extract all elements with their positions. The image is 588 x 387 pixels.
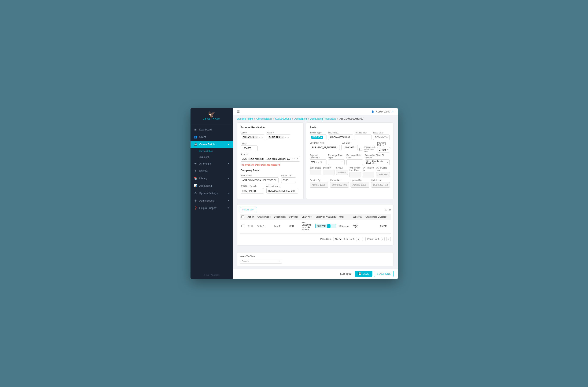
- vat-exc-rate-input[interactable]: [350, 172, 361, 177]
- settings-icon: ⚙: [194, 192, 197, 195]
- bsb-input[interactable]: [241, 188, 264, 194]
- cod-checkbox-label[interactable]: COD/Override Default Due Date: [359, 146, 376, 152]
- page-size-select[interactable]: 15 25 50: [333, 237, 342, 241]
- breadcrumb-accounting[interactable]: Accounting: [294, 117, 307, 120]
- vat-invoice-date-label: VAT Invoice Date: [376, 167, 390, 171]
- sidebar-item-administration[interactable]: ⚙ Administration ▼: [190, 197, 233, 204]
- sync-at-input[interactable]: [336, 170, 348, 175]
- copy-icon[interactable]: ⧉: [252, 225, 253, 227]
- col-payment-sub-total: Payment Sub Total (VND): [389, 214, 391, 220]
- user-name: ADMIN 12AS: [376, 110, 390, 113]
- bank-name-input[interactable]: [241, 177, 279, 183]
- qty-input[interactable]: 50.27*10 −: [315, 224, 336, 228]
- from-wip-button[interactable]: FROM WIP: [240, 207, 257, 212]
- sidebar-item-system-settings[interactable]: ⚙ System Settings ▼: [190, 190, 233, 197]
- name-input[interactable]: DŨNG AI S.. × ✏ ↗: [267, 134, 290, 140]
- exchange-rate-date-input[interactable]: [346, 159, 363, 165]
- vat-invoice-no-input[interactable]: [363, 172, 374, 177]
- sidebar-item-client[interactable]: 👥 Client: [190, 133, 233, 141]
- edit-icon[interactable]: ✏: [294, 158, 295, 160]
- basic-row5: Created By Created At Updated By Up: [310, 179, 390, 188]
- breadcrumb-ocean-freight[interactable]: Ocean Freight: [237, 117, 253, 120]
- bottom-bar: Sub Total 💾 SAVE ≡ ACTIONS: [233, 269, 398, 279]
- account-name-input[interactable]: [266, 188, 298, 194]
- edit-icon[interactable]: ✏: [285, 136, 286, 139]
- sidebar-item-air-freight[interactable]: ✈ Air Freight ▼: [190, 160, 233, 167]
- clear-icon[interactable]: ×: [292, 158, 293, 160]
- upload-icon[interactable]: ☁: [384, 208, 387, 211]
- account-receivable-row1: Code * DUNAIVNS.. × ✏ ↗ Name: [241, 131, 300, 151]
- clear-icon[interactable]: ×: [387, 161, 388, 163]
- notes-search-input[interactable]: [242, 260, 278, 262]
- logout-icon[interactable]: ↗: [392, 110, 394, 113]
- select-all-checkbox[interactable]: [241, 215, 244, 218]
- next-page-button[interactable]: ›: [381, 237, 385, 241]
- last-page-button[interactable]: »: [386, 237, 391, 241]
- swift-input[interactable]: [281, 177, 296, 183]
- issue-date-input[interactable]: [373, 134, 390, 140]
- grid-icon[interactable]: ⊞: [389, 208, 391, 211]
- horizontal-scrollbar[interactable]: [240, 233, 391, 234]
- edit-icon[interactable]: ✏: [259, 136, 260, 139]
- breadcrumb-consolidation[interactable]: Consolidation: [256, 117, 272, 120]
- exchange-rate-type-select[interactable]: ▼: [328, 159, 345, 165]
- vat-invoice-date-input[interactable]: [376, 172, 390, 177]
- invoice-type-tag: PRE SOA: [311, 136, 323, 139]
- sidebar-item-help[interactable]: ❓ Help & Support ▼: [190, 204, 233, 212]
- code-remove-icon[interactable]: ×: [256, 136, 257, 139]
- save-button[interactable]: 💾 SAVE: [355, 271, 372, 277]
- logo-text: APOLLOGIX: [194, 118, 230, 121]
- invoice-type-input[interactable]: PRE SOA: [310, 134, 326, 140]
- invoice-no-input[interactable]: [328, 134, 353, 140]
- notes-search[interactable]: ▼: [240, 259, 282, 263]
- ref-number-input[interactable]: [355, 134, 372, 140]
- sidebar-item-shipment[interactable]: Shipment: [190, 154, 233, 160]
- sidebar-item-ocean-freight[interactable]: 🚢 Ocean Freight ▲: [190, 141, 233, 148]
- qty-minus-button[interactable]: −: [327, 224, 331, 228]
- first-page-button[interactable]: «: [356, 237, 360, 241]
- notes-section: Notes To Client ▼: [233, 252, 398, 269]
- cod-checkbox[interactable]: [359, 148, 362, 151]
- sidebar-item-label: Ocean Freight: [199, 143, 215, 146]
- link-icon[interactable]: ↗: [261, 136, 263, 139]
- name-remove-icon[interactable]: ×: [282, 136, 283, 139]
- sidebar-item-service[interactable]: ≡ Service: [190, 167, 233, 175]
- sidebar-item-dashboard[interactable]: ⊞ Dashboard: [190, 126, 233, 133]
- row-checkbox[interactable]: [240, 220, 246, 232]
- payment-currency-input[interactable]: VND × ▼: [310, 159, 326, 165]
- tax-input[interactable]: [241, 146, 257, 151]
- delete-icon[interactable]: 🗑: [248, 225, 250, 227]
- sidebar-item-library[interactable]: 📚 Library ▼: [190, 175, 233, 182]
- payment-method-label: Payment Method *: [377, 142, 390, 146]
- address-field[interactable]: ABC, Ho Chi Minh City, Hồ Chí Minh, Viet…: [241, 156, 300, 162]
- due-date-type-select[interactable]: SHIPMENT_IN_TRANSIT ▼: [310, 145, 340, 150]
- prev-page-button[interactable]: ‹: [362, 237, 366, 241]
- clear-icon[interactable]: ×: [318, 161, 319, 163]
- code-input[interactable]: DUNAIVNS.. × ✏ ↗: [241, 134, 264, 140]
- row-unit: Shipment: [338, 220, 351, 232]
- payment-method-input[interactable]: CASH ×: [377, 147, 390, 152]
- breadcrumb-accounting-receivable[interactable]: Accounting Receivable: [310, 117, 336, 120]
- link-icon[interactable]: ↗: [296, 158, 298, 160]
- col-description: Description: [272, 214, 287, 220]
- address-row: Address ABC, Ho Chi Minh City, Hồ Chí Mi…: [241, 153, 300, 162]
- page-label: Page 1 of 1: [367, 238, 379, 240]
- row-chargeable-ex-rate[interactable]: 25,245: [364, 220, 389, 232]
- sidebar-item-consolidation[interactable]: Consolidation: [190, 148, 233, 154]
- menu-icon[interactable]: ☰: [237, 110, 240, 113]
- sidebar-item-label: Client: [199, 136, 206, 139]
- sync-status-input[interactable]: [310, 170, 321, 175]
- row-unit-price-qty[interactable]: 50.27*10 −: [314, 220, 338, 232]
- row-select-checkbox[interactable]: [241, 225, 244, 227]
- chevron-down-icon: ▼: [320, 161, 322, 164]
- due-date-input[interactable]: 12/08/2025 ▼: [341, 145, 358, 150]
- due-date-type-label: Due Date Type: [310, 142, 340, 144]
- receivable-chart-input[interactable]: 1311 - Phải thu của khách hàng t... ×: [365, 159, 390, 165]
- sync-by-input[interactable]: [323, 170, 335, 175]
- sidebar-item-accounting[interactable]: 📊 Accounting: [190, 182, 233, 190]
- clear-icon[interactable]: ×: [387, 149, 388, 151]
- link-icon[interactable]: ↗: [287, 136, 289, 139]
- breadcrumb-coi[interactable]: COI00000053: [275, 117, 291, 120]
- created-by-label: Created By: [310, 179, 329, 181]
- actions-button[interactable]: ≡ ACTIONS: [374, 271, 393, 277]
